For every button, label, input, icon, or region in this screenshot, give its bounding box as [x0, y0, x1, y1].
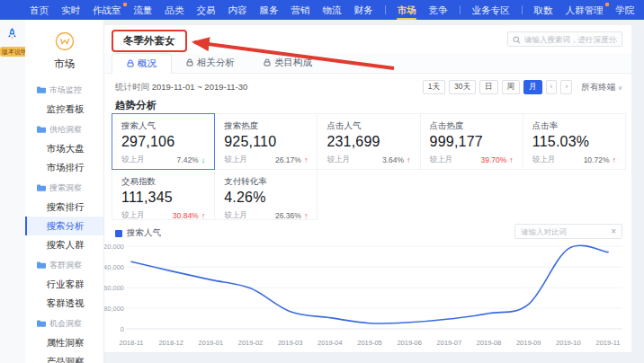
sidebar-item-市场排行[interactable]: 市场排行 [25, 158, 103, 177]
folder-icon [37, 126, 46, 135]
metric-label: 搜索热度 [224, 120, 308, 132]
metric-card-搜索热度[interactable]: 搜索热度925,110较上月26.17%↑ [214, 113, 318, 170]
tab-icon [264, 58, 271, 68]
tab-label: 相关分析 [197, 57, 235, 69]
sidebar-item-搜索分析[interactable]: 搜索分析 [25, 217, 103, 235]
svg-text:2018-12: 2018-12 [158, 339, 183, 347]
nav-item-取数[interactable]: 取数 [528, 0, 559, 20]
tab-related-analysis[interactable]: 相关分析 [172, 53, 249, 73]
nav-item-内容[interactable]: 内容 [222, 0, 254, 20]
chart-legend: 搜索人气 [115, 227, 161, 239]
metric-card-支付转化率[interactable]: 支付转化率4.26%较上月26.36%↑ [214, 169, 318, 220]
compare-word-box[interactable]: × [514, 224, 622, 239]
sidebar-section-label: 市场监控 [49, 84, 82, 96]
arrow-down-icon: ↓ [201, 155, 206, 164]
metric-card-搜索人气[interactable]: 搜索人气297,106较上月7.42%↓ [112, 113, 215, 170]
next-period-button[interactable]: › [560, 80, 572, 93]
nav-item-服务[interactable]: 服务 [254, 0, 285, 20]
nav-item-交易[interactable]: 交易 [191, 0, 222, 20]
compare-label: 较上月 [224, 210, 247, 221]
nav-item-营销[interactable]: 营销 [285, 0, 317, 20]
compare-label: 较上月 [430, 155, 453, 165]
sidebar-item-搜索排行[interactable]: 搜索排行 [25, 198, 103, 217]
nav-item-人群管理[interactable]: 人群管理 [559, 0, 610, 20]
top-nav: 首页实时作战室流量品类交易内容服务营销物流财务市场竞争业务专区取数人群管理学院 [0, 0, 644, 20]
prev-period-button[interactable]: ‹ [546, 80, 558, 93]
folder-icon [37, 320, 46, 329]
nav-item-业务专区[interactable]: 业务专区 [466, 0, 516, 20]
svg-text:2019-01: 2019-01 [199, 339, 224, 347]
market-module-icon [55, 39, 75, 54]
main-content: 冬季外套女 概况 相关分析 类目构成 统计时间 2019-11-01 ~ 201… [104, 25, 631, 352]
module-header: 市场 [25, 20, 103, 71]
nav-item-物流[interactable]: 物流 [317, 0, 348, 20]
range-button-日[interactable]: 日 [479, 80, 498, 93]
rocket-icon[interactable] [4, 27, 20, 46]
tab-label: 类目构成 [274, 57, 312, 69]
svg-text:2019-09: 2019-09 [516, 339, 541, 347]
close-icon[interactable]: × [611, 227, 616, 236]
svg-text:320,000: 320,000 [104, 243, 124, 251]
range-button-月[interactable]: 月 [523, 80, 542, 93]
change-percent: 3.64% [382, 155, 404, 164]
svg-text:2019-08: 2019-08 [477, 339, 502, 347]
change-percent: 39.70% [480, 155, 506, 164]
sidebar-section-搜索洞察: 搜索洞察 [25, 177, 103, 198]
metric-label: 点击人气 [326, 120, 410, 132]
sidebar-item-属性洞察[interactable]: 属性洞察 [25, 333, 103, 352]
metric-value: 4.26% [224, 190, 308, 206]
terminal-filter-dropdown[interactable]: 所有终端 ∨ [581, 82, 622, 93]
svg-text:0: 0 [121, 325, 124, 333]
range-button-1天[interactable]: 1天 [423, 80, 445, 93]
change-percent: 7.42% [177, 155, 199, 164]
metric-card-点击率[interactable]: 点击率115.03%较上月10.72%↑ [523, 113, 626, 170]
nav-item-流量[interactable]: 流量 [128, 0, 159, 20]
nav-item-实时[interactable]: 实时 [55, 0, 86, 20]
nav-item-作战室[interactable]: 作战室 [86, 0, 128, 20]
sidebar-item-产品洞察[interactable]: 产品洞察 [25, 352, 103, 363]
nav-divider [522, 5, 523, 14]
tab-overview[interactable]: 概况 [112, 53, 172, 74]
metric-cards: 搜索人气297,106较上月7.42%↓搜索热度925,110较上月26.17%… [112, 113, 625, 219]
folder-icon [37, 261, 46, 270]
sidebar-item-客群透视[interactable]: 客群透视 [25, 294, 103, 313]
nav-item-学院[interactable]: 学院 [610, 0, 641, 20]
arrow-up-icon: ↑ [407, 155, 411, 164]
range-button-周[interactable]: 周 [502, 80, 521, 93]
tab-icon [186, 58, 193, 68]
keyword-search-box[interactable] [507, 31, 622, 47]
nav-item-品类[interactable]: 品类 [159, 0, 191, 20]
metric-value: 231,699 [326, 134, 410, 150]
trend-section-title: 趋势分析 [115, 99, 157, 112]
nav-item-市场[interactable]: 市场 [391, 0, 423, 20]
tab-category-composition[interactable]: 类目构成 [249, 53, 326, 73]
terminal-filter-label: 所有终端 [581, 82, 615, 92]
svg-text:2019-04: 2019-04 [318, 339, 343, 347]
sidebar-item-行业客群[interactable]: 行业客群 [25, 275, 103, 294]
compare-label: 较上月 [121, 210, 145, 221]
search-input[interactable] [524, 35, 617, 44]
sidebar-section-客群洞察: 客群洞察 [25, 254, 103, 275]
metric-compare: 较上月7.42%↓ [121, 155, 205, 165]
compare-label: 较上月 [532, 155, 556, 165]
nav-item-首页[interactable]: 首页 [23, 0, 55, 20]
range-buttons: 1天30天日周月 [419, 80, 542, 93]
sidebar-item-市场大盘[interactable]: 市场大盘 [25, 139, 103, 158]
compare-word-input[interactable] [521, 227, 611, 236]
sidebar-item-搜索人群[interactable]: 搜索人群 [25, 235, 103, 254]
range-button-30天[interactable]: 30天 [449, 80, 476, 93]
sidebar-section-机会洞察: 机会洞察 [25, 313, 103, 333]
sidebar-item-监控看板[interactable]: 监控看板 [25, 100, 103, 119]
sidebar-section-label: 客群洞察 [49, 260, 82, 271]
metric-card-点击热度[interactable]: 点击热度999,177较上月39.70%↑ [420, 113, 523, 170]
sidebar-section-供给洞察: 供给洞察 [25, 119, 103, 139]
metric-compare: 较上月39.70%↑ [430, 155, 514, 165]
metric-value: 115.03% [532, 134, 616, 150]
nav-item-竞争[interactable]: 竞争 [423, 0, 454, 20]
nav-item-财务[interactable]: 财务 [348, 0, 380, 20]
metric-card-交易指数[interactable]: 交易指数111,345较上月30.84%↑ [112, 169, 215, 220]
change-percent: 30.84% [173, 211, 199, 220]
legend-swatch [115, 230, 122, 237]
metric-card-点击人气[interactable]: 点击人气231,699较上月3.64%↑ [317, 113, 420, 170]
compare-label: 较上月 [326, 155, 350, 165]
